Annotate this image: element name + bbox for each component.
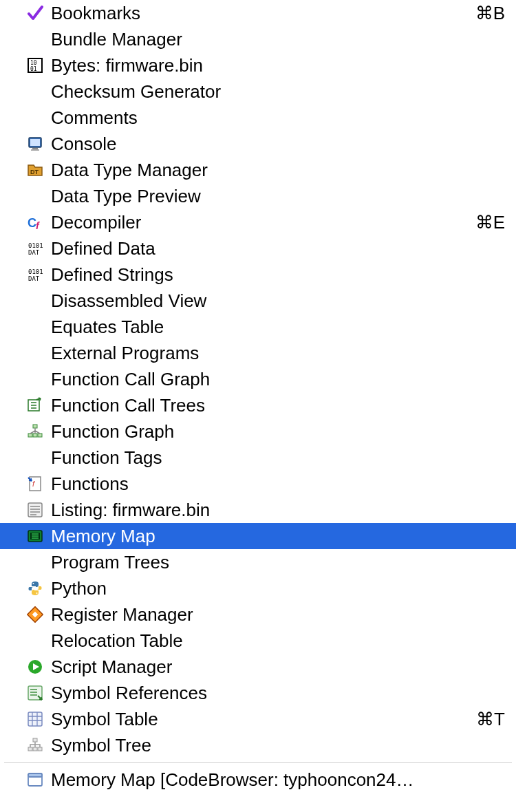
- svg-text:01: 01: [30, 66, 37, 72]
- svg-rect-17: [33, 434, 37, 437]
- register-icon: [25, 604, 45, 625]
- menu-item-function-call-trees[interactable]: Function Call Trees: [0, 392, 516, 418]
- menu-item-memory-map[interactable]: Memory Map: [0, 523, 516, 549]
- menu-item-program-trees[interactable]: Program Trees: [0, 549, 516, 575]
- menu-item-register-manager[interactable]: Register Manager: [0, 601, 516, 628]
- menu-item-script-manager[interactable]: Script Manager: [0, 654, 516, 680]
- footer-label: Memory Map [CodeBrowser: typhooncon24…: [51, 769, 505, 791]
- menu-item-label: Equates Table: [51, 317, 505, 338]
- svg-point-25: [36, 592, 38, 594]
- svg-rect-31: [33, 738, 37, 742]
- cf-icon: Cf: [25, 212, 45, 233]
- svg-text:0101: 0101: [28, 268, 43, 275]
- menu-item-label: Checksum Generator: [51, 81, 505, 103]
- window-icon: [25, 769, 45, 790]
- menu-item-label: Comments: [51, 107, 505, 129]
- menu-item-decompiler[interactable]: CfDecompiler⌘E: [0, 209, 516, 235]
- menu-item-label: Decompiler: [51, 212, 464, 233]
- svg-rect-36: [28, 773, 42, 777]
- menu-item-comments[interactable]: Comments: [0, 105, 516, 131]
- menu-item-symbol-tree[interactable]: Symbol Tree: [0, 732, 516, 758]
- menu-item-label: Bookmarks: [51, 3, 464, 24]
- menu-item-equates-table[interactable]: Equates Table: [0, 314, 516, 340]
- menu-item-label: Register Manager: [51, 604, 505, 626]
- menu-item-label: Memory Map: [51, 526, 505, 547]
- menu-item-function-graph[interactable]: Function Graph: [0, 418, 516, 445]
- svg-text:DAT: DAT: [28, 275, 40, 282]
- svg-rect-4: [30, 139, 40, 146]
- menu-item-function-tags[interactable]: Function Tags: [0, 445, 516, 471]
- menu-item-label: Disassembled View: [51, 290, 505, 312]
- functions-icon: f: [25, 473, 45, 494]
- svg-rect-5: [32, 148, 38, 149]
- menu-item-console[interactable]: Console: [0, 131, 516, 157]
- menu-item-label: Data Type Preview: [51, 186, 505, 207]
- svg-text:f: f: [36, 220, 40, 231]
- menu-item-label: Data Type Manager: [51, 160, 505, 181]
- menu-item-data-type-preview[interactable]: Data Type Preview: [0, 183, 516, 209]
- menu-item-checksum-generator[interactable]: Checksum Generator: [0, 78, 516, 105]
- svg-rect-30: [28, 712, 42, 726]
- svg-rect-16: [28, 434, 32, 437]
- svg-text:0101: 0101: [28, 242, 43, 249]
- menu-item-label: Program Trees: [51, 552, 505, 573]
- menu-item-shortcut: ⌘B: [475, 3, 505, 24]
- menu-item-label: Listing: firmware.bin: [51, 500, 505, 521]
- svg-rect-18: [38, 434, 42, 437]
- menu-item-disassembled-view[interactable]: Disassembled View: [0, 288, 516, 314]
- svg-text:DT: DT: [30, 169, 39, 175]
- menu-item-symbol-references[interactable]: Symbol References: [0, 680, 516, 706]
- python-icon: [25, 578, 45, 599]
- menu-item-bundle-manager[interactable]: Bundle Manager: [0, 26, 516, 52]
- menu-item-external-programs[interactable]: External Programs: [0, 340, 516, 366]
- fctree-icon: [25, 395, 45, 416]
- menu-item-data-type-manager[interactable]: DTData Type Manager: [0, 157, 516, 183]
- menu-item-function-call-graph[interactable]: Function Call Graph: [0, 366, 516, 392]
- dat-icon: 0101DAT: [25, 264, 45, 285]
- menu-item-label: Symbol Tree: [51, 735, 505, 756]
- bytes-icon: 1001: [25, 55, 45, 76]
- menu-item-label: Defined Data: [51, 238, 505, 259]
- menu-item-label: Bundle Manager: [51, 29, 505, 50]
- svg-point-24: [33, 583, 34, 584]
- menu-item-shortcut: ⌘E: [475, 212, 505, 233]
- svg-rect-32: [28, 747, 32, 751]
- menu-item-label: Relocation Table: [51, 630, 505, 652]
- svg-text:DAT: DAT: [28, 249, 40, 256]
- menu-item-python[interactable]: Python: [0, 575, 516, 601]
- dat-icon: 0101DAT: [25, 238, 45, 259]
- menu-item-label: Script Manager: [51, 656, 505, 678]
- symref-icon: [25, 683, 45, 703]
- menu-item-label: Function Call Trees: [51, 395, 505, 416]
- menu-item-functions[interactable]: fFunctions: [0, 471, 516, 497]
- svg-rect-33: [33, 747, 37, 751]
- listing-icon: [25, 500, 45, 520]
- menu-item-defined-data[interactable]: 0101DATDefined Data: [0, 235, 516, 261]
- menu-item-listing-firmware-bin[interactable]: Listing: firmware.bin: [0, 497, 516, 523]
- menu-item-label: Function Tags: [51, 447, 505, 469]
- menu-item-label: Function Graph: [51, 421, 505, 442]
- menu-item-label: Bytes: firmware.bin: [51, 55, 505, 76]
- menu-item-label: Functions: [51, 473, 505, 495]
- symtree-icon: [25, 735, 45, 756]
- svg-rect-34: [38, 747, 42, 751]
- menu-item-symbol-table[interactable]: Symbol Table⌘T: [0, 706, 516, 732]
- menu-item-label: Console: [51, 133, 505, 155]
- menu-item-bytes-firmware-bin[interactable]: 1001Bytes: firmware.bin: [0, 52, 516, 78]
- menu-item-label: Python: [51, 578, 505, 599]
- memmap-icon: [25, 526, 45, 546]
- menu-item-label: Function Call Graph: [51, 369, 505, 390]
- symtbl-icon: [25, 709, 45, 729]
- menu-item-shortcut: ⌘T: [476, 709, 505, 730]
- menu-separator: [4, 762, 512, 763]
- console-icon: [25, 133, 45, 154]
- dtmgr-icon: DT: [25, 160, 45, 180]
- menu-item-label: Symbol Table: [51, 709, 465, 730]
- menu-item-relocation-table[interactable]: Relocation Table: [0, 628, 516, 654]
- play-icon: [25, 656, 45, 677]
- menu-item-label: Symbol References: [51, 683, 505, 704]
- menu-item-defined-strings[interactable]: 0101DATDefined Strings: [0, 261, 516, 288]
- menu-item-open-window[interactable]: Memory Map [CodeBrowser: typhooncon24…: [0, 766, 516, 793]
- menu-item-bookmarks[interactable]: Bookmarks⌘B: [0, 0, 516, 26]
- svg-text:10: 10: [30, 60, 37, 66]
